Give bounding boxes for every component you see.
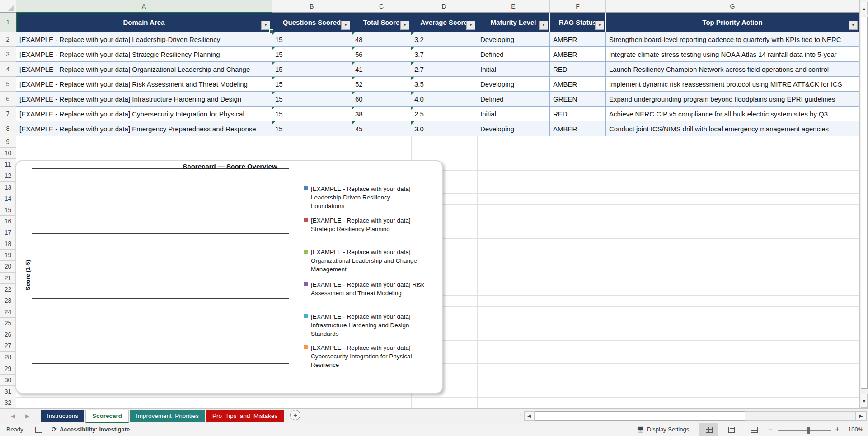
cell-F8[interactable]: AMBER (550, 121, 606, 136)
row-header-29[interactable]: 29 (0, 363, 16, 375)
row-header-1[interactable]: 1 (0, 13, 16, 32)
column-header-D[interactable]: D (411, 0, 477, 13)
sheet-tab-scorecard[interactable]: Scorecard (85, 410, 129, 423)
cell-A6[interactable]: [EXAMPLE - Replace with your data] Infra… (16, 92, 272, 107)
cell-D5[interactable]: 3.5 (411, 77, 477, 92)
new-sheet-button[interactable]: + (290, 410, 300, 420)
row-header-11[interactable]: 11 (0, 159, 16, 170)
scroll-down-arrow-icon[interactable]: ▼ (861, 394, 868, 408)
cell-A2[interactable]: [EXAMPLE - Replace with your data] Leade… (16, 32, 272, 47)
column-header-G[interactable]: G (606, 0, 859, 13)
row-header-24[interactable]: 24 (0, 306, 16, 318)
cell-C3[interactable]: 56 (352, 47, 411, 62)
cell-B8[interactable]: 15 (272, 121, 352, 136)
cell-D6[interactable]: 4.0 (411, 92, 477, 107)
row-header-25[interactable]: 25 (0, 318, 16, 329)
cell-E3[interactable]: Defined (477, 47, 550, 62)
legend-item[interactable]: [EXAMPLE - Replace with your data] Risk … (304, 280, 425, 297)
legend-item[interactable]: [EXAMPLE - Replace with your data] Cyber… (304, 343, 425, 369)
legend-item[interactable]: [EXAMPLE - Replace with your data] Strat… (304, 216, 425, 233)
cell-B6[interactable]: 15 (272, 92, 352, 107)
cell-G5[interactable]: Implement dynamic risk reassessment prot… (606, 77, 859, 92)
tab-nav-right-icon[interactable]: ▶ (25, 413, 29, 419)
cell-B5[interactable]: 15 (272, 77, 352, 92)
filter-dropdown-button[interactable]: ▾ (539, 21, 548, 30)
cell-G2[interactable]: Strengthen board-level reporting cadence… (606, 32, 859, 47)
cell-C7[interactable]: 38 (352, 107, 411, 121)
cell-A7[interactable]: [EXAMPLE - Replace with your data] Cyber… (16, 107, 272, 121)
horizontal-scroll-thumb[interactable] (535, 411, 745, 421)
sheet-tab-instructions[interactable]: Instructions (41, 410, 84, 422)
filter-dropdown-button[interactable]: ▾ (261, 21, 270, 30)
row-header-28[interactable]: 28 (0, 352, 16, 363)
cell-C8[interactable]: 45 (352, 121, 411, 136)
sheet-tab-pro_tips_and_mistakes[interactable]: Pro_Tips_and_Mistakes (206, 410, 284, 422)
zoom-in-button[interactable]: + (835, 425, 840, 434)
filter-dropdown-button[interactable]: ▾ (466, 21, 475, 30)
cell-G7[interactable]: Achieve NERC CIP v5 compliance for all b… (606, 107, 859, 121)
hscroll-right-arrow-icon[interactable]: ▶ (855, 411, 867, 421)
cell-D2[interactable]: 3.2 (411, 32, 477, 47)
column-header-A[interactable]: A (16, 0, 272, 13)
row-header-20[interactable]: 20 (0, 261, 16, 272)
filter-dropdown-button[interactable]: ▾ (400, 21, 409, 30)
filter-dropdown-button[interactable]: ▾ (341, 21, 350, 30)
sheet-tab-improvement_priorities[interactable]: Improvement_Priorities (130, 410, 205, 422)
cell-G3[interactable]: Integrate climate stress testing using N… (606, 47, 859, 62)
cell-C6[interactable]: 60 (352, 92, 411, 107)
cell-C4[interactable]: 41 (352, 62, 411, 77)
cell-A5[interactable]: [EXAMPLE - Replace with your data] Risk … (16, 77, 272, 92)
cell-E4[interactable]: Initial (477, 62, 550, 77)
legend-item[interactable]: [EXAMPLE - Replace with your data] Infra… (304, 312, 425, 338)
row-header-8[interactable]: 8 (0, 121, 16, 136)
cell-A4[interactable]: [EXAMPLE - Replace with your data] Organ… (16, 62, 272, 77)
cell-F3[interactable]: AMBER (550, 47, 606, 62)
cell-G4[interactable]: Launch Resiliency Champion Network acros… (606, 62, 859, 77)
table-header-cell[interactable]: Maturity Level▾ (477, 13, 550, 32)
cell-A3[interactable]: [EXAMPLE - Replace with your data] Strat… (16, 47, 272, 62)
embedded-chart[interactable]: Scorecard — Score Overview Score (1-5) [… (15, 160, 443, 394)
row-header-31[interactable]: 31 (0, 386, 16, 397)
row-header-23[interactable]: 23 (0, 295, 16, 306)
table-header-cell[interactable]: Domain Area▾ (16, 13, 272, 32)
cell-E7[interactable]: Initial (477, 107, 550, 121)
row-header-18[interactable]: 18 (0, 238, 16, 250)
row-header-7[interactable]: 7 (0, 107, 16, 121)
page-layout-view-button[interactable] (722, 423, 741, 436)
table-header-cell[interactable]: RAG Status▾ (550, 13, 606, 32)
column-header-B[interactable]: B (272, 0, 352, 13)
legend-item[interactable]: [EXAMPLE - Replace with your data] Organ… (304, 248, 425, 274)
cell-B2[interactable]: 15 (272, 32, 352, 47)
cell-C5[interactable]: 52 (352, 77, 411, 92)
column-header-F[interactable]: F (550, 0, 606, 13)
row-header-4[interactable]: 4 (0, 62, 16, 77)
row-header-14[interactable]: 14 (0, 193, 16, 204)
vertical-scroll-thumb[interactable] (861, 17, 868, 389)
normal-view-button[interactable] (699, 423, 718, 436)
cell-D7[interactable]: 2.5 (411, 107, 477, 121)
cell-D8[interactable]: 3.0 (411, 121, 477, 136)
table-header-cell[interactable]: Top Priority Action▾ (606, 13, 859, 32)
hscroll-left-arrow-icon[interactable]: ◀ (524, 411, 534, 421)
row-header-32[interactable]: 32 (0, 397, 16, 408)
table-header-cell[interactable]: Average Score▾ (411, 13, 477, 32)
filter-dropdown-button[interactable]: ▾ (849, 21, 858, 30)
page-break-view-button[interactable] (745, 423, 764, 436)
display-settings-button[interactable]: Display Settings (647, 426, 689, 433)
legend-item[interactable]: [EXAMPLE - Replace with your data] Leade… (304, 185, 425, 210)
cell-F2[interactable]: AMBER (550, 32, 606, 47)
cell-A8[interactable]: [EXAMPLE - Replace with your data] Emerg… (16, 121, 272, 136)
table-header-cell[interactable]: Total Score▾ (352, 13, 411, 32)
table-header-cell[interactable]: Questions Scored▾ (272, 13, 352, 32)
row-header-16[interactable]: 16 (0, 216, 16, 227)
cell-F5[interactable]: AMBER (550, 77, 606, 92)
cell-G8[interactable]: Conduct joint ICS/NIMS drill with local … (606, 121, 859, 136)
row-header-30[interactable]: 30 (0, 375, 16, 386)
zoom-level[interactable]: 100% (848, 426, 863, 433)
cell-E2[interactable]: Developing (477, 32, 550, 47)
row-header-13[interactable]: 13 (0, 182, 16, 193)
filter-dropdown-button[interactable]: ▾ (595, 21, 604, 30)
cell-B3[interactable]: 15 (272, 47, 352, 62)
cell-F7[interactable]: RED (550, 107, 606, 121)
select-all-corner[interactable] (0, 0, 16, 13)
